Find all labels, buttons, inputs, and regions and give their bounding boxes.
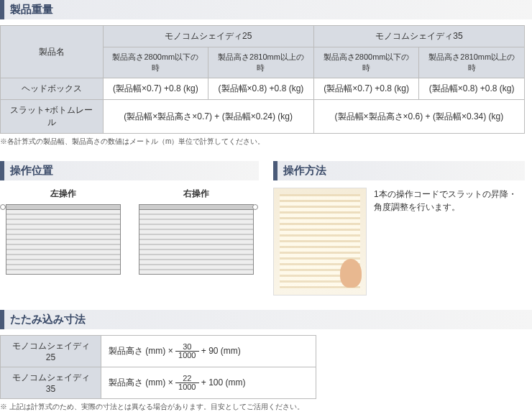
blind-diagram-left — [6, 204, 121, 283]
hand-icon — [340, 259, 362, 288]
position-right: 右操作 — [133, 188, 259, 283]
fold-row-a-formula: 製品高さ (mm) × 30 1000 + 90 (mm) — [101, 336, 316, 367]
method-title: 操作方法 — [273, 161, 525, 180]
method-text: 1本の操作コードでスラットの昇降・角度調整を行います。 — [374, 188, 525, 295]
weight-title: 製品重量 — [0, 0, 532, 19]
fold-table: モノコムシェイディ25 製品高さ (mm) × 30 1000 + 90 (mm… — [0, 335, 316, 399]
cond-b-high: 製品高さ2810mm以上の時 — [419, 47, 525, 78]
fold-section: たたみ込み寸法 モノコムシェイディ25 製品高さ (mm) × 30 1000 … — [0, 310, 532, 412]
col-product-b: モノコムシェイディ35 — [313, 26, 524, 47]
position-left: 左操作 — [0, 188, 126, 283]
fold-note: ※ 上記は計算式のため、実際の寸法とは異なる場合があります。目安としてご活用くだ… — [0, 402, 532, 412]
position-right-label: 右操作 — [133, 188, 259, 200]
cond-a-high: 製品高さ2810mm以上の時 — [208, 47, 314, 78]
fraction-a: 30 1000 — [175, 343, 198, 359]
col-product-a: モノコムシェイディ25 — [103, 26, 313, 47]
method-section: 操作方法 1本の操作コードでスラットの昇降・角度調整を行います。 — [273, 161, 525, 295]
slat-a: (製品幅×製品高さ×0.7) + (製品幅×0.24) (kg) — [103, 100, 313, 134]
fold-row-b-formula: 製品高さ (mm) × 22 1000 + 100 (mm) — [101, 367, 316, 399]
fold-title: たたみ込み寸法 — [0, 310, 532, 329]
row-headbox: ヘッドボックス — [1, 78, 104, 100]
fold-row-a-name: モノコムシェイディ25 — [1, 336, 101, 367]
position-section: 操作位置 左操作 右操作 — [0, 161, 259, 295]
cond-a-low: 製品高さ2800mm以下の時 — [103, 47, 208, 78]
fraction-b: 22 1000 — [175, 375, 198, 391]
weight-table: 製品名 モノコムシェイディ25 モノコムシェイディ35 製品高さ2800mm以下… — [0, 25, 525, 134]
hb-a-high: (製品幅×0.8) +0.8 (kg) — [208, 78, 314, 100]
blind-diagram-right — [139, 204, 254, 283]
col-product: 製品名 — [1, 26, 104, 78]
fold-row-b-name: モノコムシェイディ35 — [1, 367, 101, 399]
weight-section: 製品重量 製品名 モノコムシェイディ25 モノコムシェイディ35 製品高さ280… — [0, 0, 532, 147]
position-left-label: 左操作 — [0, 188, 126, 200]
slat-b: (製品幅×製品高さ×0.6) + (製品幅×0.34) (kg) — [313, 100, 524, 134]
hb-a-low: (製品幅×0.7) +0.8 (kg) — [103, 78, 208, 100]
position-title: 操作位置 — [0, 161, 259, 180]
hb-b-low: (製品幅×0.7) +0.8 (kg) — [313, 78, 419, 100]
row-slat: スラット+ボトムレール — [1, 100, 104, 134]
hb-b-high: (製品幅×0.8) +0.8 (kg) — [419, 78, 525, 100]
cond-b-low: 製品高さ2800mm以下の時 — [313, 47, 419, 78]
method-photo — [273, 188, 367, 295]
weight-note: ※各計算式の製品幅、製品高さの数値はメートル（m）単位で計算してください。 — [0, 137, 532, 147]
